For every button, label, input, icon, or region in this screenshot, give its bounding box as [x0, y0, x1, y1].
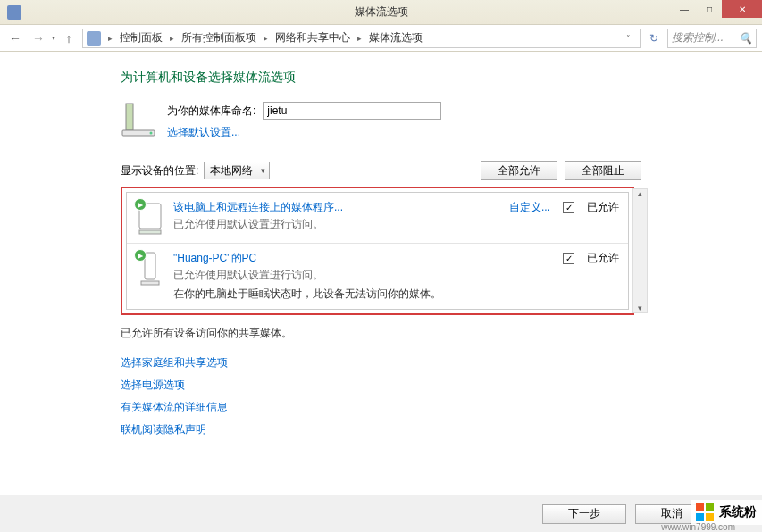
up-button[interactable]: ↑ [59, 29, 79, 48]
media-library-icon [121, 102, 156, 137]
scrollbar[interactable]: ▴ ▾ [632, 188, 648, 313]
navbar: ← → ▾ ↑ ▸ 控制面板 ▸ 所有控制面板项 ▸ 网络和共享中心 ▸ 媒体流… [0, 25, 762, 52]
page-title: 为计算机和设备选择媒体流选项 [121, 70, 762, 86]
homegroup-link[interactable]: 选择家庭组和共享选项 [121, 355, 762, 370]
watermark-url: www.win7999.com [661, 522, 735, 532]
device-list: ▶ 该电脑上和远程连接上的媒体程序... 已允许使用默认设置进行访问。 自定义.… [126, 192, 629, 310]
chevron-right-icon: ▸ [262, 34, 270, 43]
location-label: 显示设备的位置: [121, 163, 198, 179]
search-input[interactable]: 搜索控制... 🔍 [667, 29, 757, 48]
svg-rect-8 [706, 503, 714, 511]
svg-point-2 [150, 132, 153, 135]
svg-rect-6 [141, 281, 159, 285]
breadcrumb-icon [87, 31, 101, 46]
pc-device-icon: ▶ [136, 251, 164, 287]
watermark: 系统粉 [691, 500, 762, 525]
scroll-up-icon[interactable]: ▴ [638, 189, 642, 198]
allowed-checkbox[interactable]: ✓ [563, 253, 574, 264]
search-icon: 🔍 [739, 32, 752, 45]
allowed-label: 已允许 [587, 251, 619, 266]
device-list-highlight: ▶ 该电脑上和远程连接上的媒体程序... 已允许使用默认设置进行访问。 自定义.… [121, 187, 634, 315]
breadcrumb-item[interactable]: 网络和共享中心 [272, 29, 354, 47]
related-links: 选择家庭组和共享选项 选择电源选项 有关媒体流的详细信息 联机阅读隐私声明 [121, 355, 762, 437]
device-subtitle: 已允许使用默认设置进行访问。 [173, 217, 500, 232]
location-row: 显示设备的位置: 本地网络 全部允许 全部阻止 [121, 162, 762, 179]
titlebar: 媒体流选项 — □ ✕ [0, 0, 762, 25]
maximize-button[interactable]: □ [697, 0, 722, 18]
breadcrumb-item[interactable]: 媒体流选项 [365, 29, 426, 47]
window-title: 媒体流选项 [355, 4, 408, 20]
block-all-button[interactable]: 全部阻止 [565, 161, 641, 180]
footer: 下一步 取消 [0, 495, 762, 532]
chevron-right-icon: ▸ [106, 34, 114, 43]
forward-button[interactable]: → [29, 29, 48, 48]
minimize-button[interactable]: — [672, 0, 697, 18]
history-dropdown[interactable]: ▾ [52, 34, 55, 42]
library-name-row: 为你的媒体库命名: 选择默认设置... [121, 102, 762, 140]
library-name-label: 为你的媒体库命名: [167, 104, 255, 119]
media-streaming-info-link[interactable]: 有关媒体流的详细信息 [121, 400, 762, 415]
allowed-checkbox[interactable]: ✓ [563, 202, 574, 213]
watermark-logo-icon [696, 503, 714, 521]
chevron-down-icon[interactable]: ˅ [624, 34, 632, 43]
device-title[interactable]: 该电脑上和远程连接上的媒体程序... [173, 200, 500, 215]
location-dropdown[interactable]: 本地网络 [204, 162, 270, 179]
device-title[interactable]: "Huang-PC"的PC [173, 251, 554, 266]
svg-rect-9 [696, 513, 704, 521]
play-badge-icon: ▶ [134, 249, 147, 262]
app-icon [7, 5, 21, 20]
svg-rect-7 [696, 503, 704, 511]
allow-all-button[interactable]: 全部允许 [481, 161, 557, 180]
chevron-right-icon: ▸ [356, 34, 364, 43]
chevron-right-icon: ▸ [168, 34, 176, 43]
media-program-icon: ▶ [136, 200, 164, 236]
window-controls: — □ ✕ [672, 0, 762, 18]
next-button[interactable]: 下一步 [542, 504, 626, 524]
svg-rect-4 [139, 230, 161, 234]
default-settings-link[interactable]: 选择默认设置... [167, 125, 441, 140]
privacy-statement-link[interactable]: 联机阅读隐私声明 [121, 422, 762, 437]
scroll-down-icon[interactable]: ▾ [638, 303, 642, 312]
search-placeholder: 搜索控制... [672, 30, 739, 46]
svg-rect-10 [706, 513, 714, 521]
device-item: ▶ "Huang-PC"的PC 已允许使用默认设置进行访问。 在你的电脑处于睡眠… [127, 243, 628, 309]
refresh-button[interactable]: ↻ [644, 29, 664, 48]
back-button[interactable]: ← [5, 29, 25, 48]
device-subtitle: 已允许使用默认设置进行访问。 [173, 268, 554, 283]
breadcrumb-item[interactable]: 控制面板 [116, 29, 166, 47]
breadcrumb-item[interactable]: 所有控制面板项 [178, 29, 260, 47]
watermark-text: 系统粉 [719, 504, 757, 520]
close-button[interactable]: ✕ [722, 0, 762, 18]
content-area: 为计算机和设备选择媒体流选项 为你的媒体库命名: 选择默认设置... 显示设备的… [0, 52, 762, 505]
library-name-input[interactable] [263, 102, 441, 120]
device-item: ▶ 该电脑上和远程连接上的媒体程序... 已允许使用默认设置进行访问。 自定义.… [127, 193, 628, 243]
location-value: 本地网络 [210, 163, 253, 179]
allowed-label: 已允许 [587, 200, 619, 215]
svg-rect-0 [126, 104, 133, 130]
power-options-link[interactable]: 选择电源选项 [121, 378, 762, 393]
customize-link[interactable]: 自定义... [509, 200, 550, 215]
play-badge-icon: ▶ [134, 198, 147, 211]
breadcrumb[interactable]: ▸ 控制面板 ▸ 所有控制面板项 ▸ 网络和共享中心 ▸ 媒体流选项 ˅ [82, 29, 641, 48]
device-note: 在你的电脑处于睡眠状态时，此设备无法访问你的媒体。 [173, 287, 554, 302]
status-text: 已允许所有设备访问你的共享媒体。 [121, 326, 762, 341]
